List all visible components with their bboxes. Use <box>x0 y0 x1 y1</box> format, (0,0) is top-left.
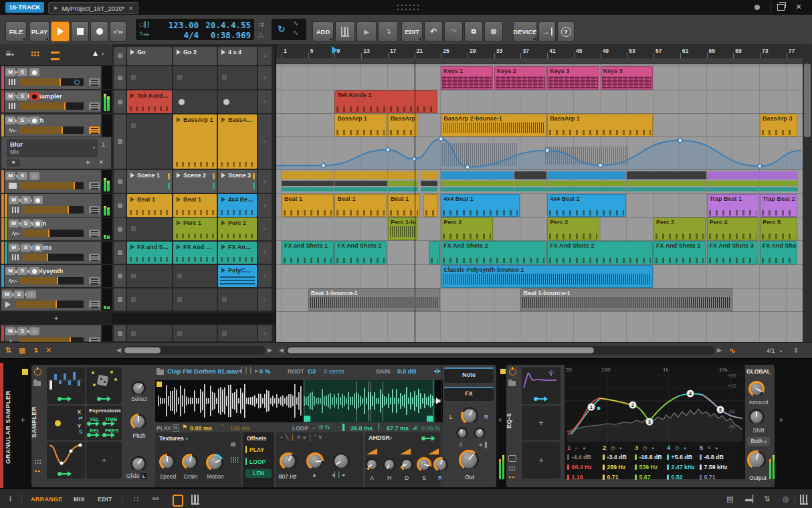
track-menu-button[interactable] <box>89 206 100 214</box>
time-signature-value[interactable]: 4/4 <box>157 30 199 40</box>
crossfade-icon[interactable]: ∿ <box>293 29 298 36</box>
sample-preview-play-icon[interactable] <box>436 398 441 404</box>
add-button[interactable]: ADD <box>312 21 334 41</box>
favorite-icon[interactable]: ★ <box>7 159 20 167</box>
track-header[interactable]: Group 4 S M <box>0 170 112 193</box>
group-summary-segment[interactable] <box>514 171 547 191</box>
track-menu-button[interactable] <box>89 78 100 86</box>
group-scene-slot[interactable]: Scene 2 <box>173 170 217 193</box>
eq-amount-knob[interactable] <box>748 381 765 397</box>
delete-button[interactable]: ⊗ <box>484 21 503 41</box>
arranger-clip[interactable]: Trap Beat 1 <box>707 194 759 217</box>
sampler-preset-icon[interactable] <box>33 381 41 386</box>
arranger-clip[interactable]: Beat 1 <box>334 194 387 217</box>
track-stop-button[interactable] <box>114 170 126 193</box>
clip-slot[interactable]: BassArp 2 <box>218 114 257 169</box>
mapping-panel-icon[interactable]: ⇅ <box>764 495 770 503</box>
eq-display[interactable]: 12345 <box>565 365 745 479</box>
arranger-clip[interactable]: Keys 2 <box>494 66 546 90</box>
arranger-clip[interactable]: FX and Shots 1 <box>282 241 334 264</box>
launcher-scroll-right-icon[interactable]: ▶ <box>268 347 272 353</box>
track-arm-button[interactable] <box>29 92 39 100</box>
eq-band-freq[interactable]: 2.47 kHz <box>667 464 695 471</box>
track-mute-button[interactable]: M <box>5 327 15 335</box>
clip-slot[interactable]: Perc 2 <box>218 218 257 240</box>
offset-play[interactable]: PLAY <box>249 446 264 453</box>
xy-modulator[interactable]: X ⇄ Y ⇅ <box>47 406 85 440</box>
track-header[interactable]: Bass-Synth S M <box>0 114 112 137</box>
timeline-ruler[interactable]: 1 5 9 13 17 21 25 29 33 37 41 45 49 53 5… <box>276 44 803 58</box>
clip-slot[interactable]: Beat 1 <box>127 194 172 217</box>
add-track-device-icon[interactable]: + <box>20 415 25 425</box>
browser-panel-icon[interactable]: ▬▏ <box>745 495 758 503</box>
grain-knob[interactable] <box>182 454 198 470</box>
track-mute-button[interactable]: M <box>9 220 19 228</box>
track-header-body[interactable]: Group 4 S M <box>5 170 101 193</box>
track-volume-slider[interactable] <box>23 206 84 214</box>
eq-band-gain[interactable]: +5.6 dB <box>667 454 692 460</box>
eq-band-gain[interactable]: -6.8 dB <box>700 454 724 460</box>
eq-shift-knob[interactable] <box>748 409 765 425</box>
pin-icon[interactable]: ⊥ <box>100 141 106 148</box>
group-summary-segment[interactable] <box>707 171 759 191</box>
sampler-remote-grid-icon[interactable] <box>34 459 41 464</box>
track-menu-button[interactable] <box>89 230 100 237</box>
loop-icon[interactable]: ↻ <box>278 23 286 34</box>
empty-clip-slot[interactable] <box>173 325 217 341</box>
track-arm-button[interactable] <box>29 116 39 124</box>
empty-clip-slot[interactable] <box>218 325 257 341</box>
sample-waveform-display[interactable] <box>155 380 443 422</box>
glide-knob[interactable] <box>130 456 146 472</box>
track-solo-button[interactable]: S <box>14 290 24 299</box>
out-knob[interactable] <box>459 450 479 470</box>
dice-modulator[interactable] <box>86 367 122 404</box>
empty-clip-slot[interactable] <box>127 265 172 287</box>
offset-len[interactable]: LEN <box>245 469 272 478</box>
track-arm-button[interactable] <box>29 267 39 275</box>
eq-band-gain[interactable]: -3.4 dB <box>603 454 627 460</box>
track-solo-button[interactable]: S <box>21 244 31 252</box>
track-header[interactable]: Hall Two S M ↳ <box>0 325 112 341</box>
duplicate-button[interactable]: ⧉ <box>464 21 483 41</box>
track-arm-button[interactable] <box>33 196 43 204</box>
empty-clip-slot[interactable] <box>173 66 217 89</box>
track-arm-button[interactable] <box>29 327 39 335</box>
insert-device-plus-icon[interactable]: + <box>498 415 503 425</box>
track-header-body[interactable]: Classic Polysynth S M <box>5 265 101 287</box>
stop-all-clips-icon[interactable]: ✕ <box>45 346 52 355</box>
track-solo-button[interactable]: S <box>21 220 31 228</box>
eq5-window-icon[interactable] <box>508 455 516 462</box>
scene-launch-button[interactable]: Go 2 <box>173 47 217 65</box>
play-length-value[interactable]: 106 ms <box>230 425 250 432</box>
scene-menu-button[interactable]: ≡ <box>258 47 272 65</box>
track-volume-slider[interactable] <box>23 230 84 237</box>
sampler-power-icon[interactable] <box>34 368 41 375</box>
touch-panel-icon[interactable]: ◎ <box>783 495 789 503</box>
track-mute-button[interactable]: M <box>5 116 15 124</box>
eq-add-modulator-1[interactable]: + <box>522 406 561 440</box>
track-stop-button[interactable] <box>114 90 126 113</box>
clip-record-slot[interactable] <box>218 90 257 113</box>
gain-value[interactable]: 0.0 dB <box>397 367 417 375</box>
help-button[interactable]: ? <box>557 21 575 41</box>
group-summary-segment[interactable] <box>547 171 626 191</box>
track-stop-button[interactable] <box>114 325 126 341</box>
arranger-scroll-right-icon[interactable]: ▶ <box>717 347 722 353</box>
track-header-body[interactable]: Hall Two S M ↳ <box>5 325 101 341</box>
eq-band-gain[interactable]: -16.6 dB <box>635 454 662 460</box>
arranger-scrollbar[interactable] <box>286 346 714 355</box>
track-menu-button[interactable] <box>89 277 100 284</box>
add-track-button[interactable]: + <box>0 313 112 324</box>
arranger-clip[interactable]: Beat 1-bounce-1 <box>308 288 440 311</box>
eq-band-selector[interactable]: 2 ◇ ▾ <box>603 444 622 451</box>
group-summary-segment[interactable] <box>760 171 798 191</box>
track-solo-button[interactable]: S <box>17 172 27 180</box>
eq5-remote-grid-icon[interactable] <box>508 466 516 471</box>
fx-chain-button[interactable]: FX <box>444 387 494 401</box>
arranger-clip[interactable]: BassArp 2-bounce-1 <box>441 114 546 137</box>
track-solo-button[interactable]: S <box>17 92 27 100</box>
empty-clip-slot[interactable] <box>127 288 172 311</box>
play-start-value[interactable]: 0.00 ms <box>190 425 212 432</box>
track-launcher-menu[interactable]: ≡ <box>258 114 272 169</box>
track-volume-slider[interactable] <box>19 126 84 134</box>
